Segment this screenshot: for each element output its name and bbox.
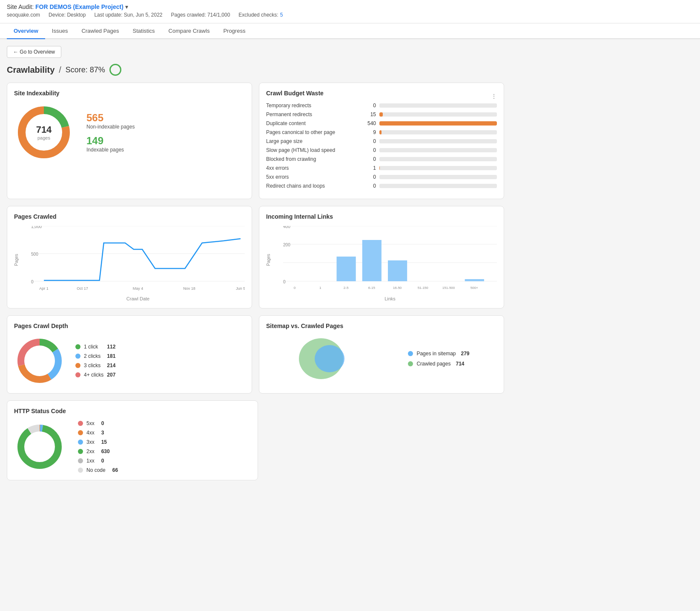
cbw-row: 4xx errors 1 xyxy=(266,165,497,171)
http-dot xyxy=(78,440,83,445)
venn-svg xyxy=(293,335,353,382)
project-name-link[interactable]: FOR DEMOS (Example Project) xyxy=(35,3,123,10)
svg-text:2-5: 2-5 xyxy=(344,286,349,290)
cbw-row-value: 0 xyxy=(363,103,376,108)
http-legend-label: 5xx xyxy=(86,420,95,426)
excluded-checks-link[interactable]: 5 xyxy=(280,12,283,18)
svg-text:51-150: 51-150 xyxy=(418,286,429,290)
row-3: Pages Crawl Depth xyxy=(7,315,504,394)
row-4: HTTP Status Code xyxy=(7,400,504,480)
http-dot xyxy=(78,458,83,463)
cbw-row-value: 15 xyxy=(363,111,376,117)
legend-value: 207 xyxy=(107,372,115,378)
svg-text:500+: 500+ xyxy=(470,286,478,290)
dropdown-icon[interactable]: ▾ xyxy=(125,3,128,10)
cbw-bar-fill xyxy=(379,121,497,126)
cbw-row-label: Pages canonical to other page xyxy=(266,129,360,135)
svg-text:151-500: 151-500 xyxy=(442,286,455,290)
crawl-depth-card: Pages Crawl Depth xyxy=(7,315,252,394)
sitemap-legend: Pages in sitemap 279 Crawled pages 714 xyxy=(408,351,469,367)
tab-issues[interactable]: Issues xyxy=(45,23,75,39)
cbw-bar-bg xyxy=(379,166,497,170)
tab-progress[interactable]: Progress xyxy=(216,23,252,39)
indexability-content: 714 pages 565 Non-indexable pages 149 In… xyxy=(14,103,245,162)
svg-text:Oct 17: Oct 17 xyxy=(77,286,88,291)
legend-label: 4+ clicks xyxy=(84,372,103,378)
sitemap-legend-item: Pages in sitemap 279 xyxy=(408,351,469,357)
http-legend-label: 1xx xyxy=(86,458,95,464)
legend-label: 2 clicks xyxy=(84,353,103,359)
cbw-row-value: 0 xyxy=(363,147,376,153)
cbw-bar-bg xyxy=(379,175,497,179)
http-dot xyxy=(78,468,83,473)
crawl-budget-waste-card: Crawl Budget Waste ⋮ Temporary redirects… xyxy=(259,83,504,199)
row-2: Pages Crawled Pages 1,000 500 0 Apr 1 xyxy=(7,206,504,308)
svg-text:200: 200 xyxy=(283,243,290,247)
cbw-row-label: Slow page (HTML) load speed xyxy=(266,147,360,153)
indexable-stat: 149 Indexable pages xyxy=(86,135,135,153)
incoming-links-svg: 400 200 0 0 1 2-5 xyxy=(283,226,497,294)
cbw-row: Duplicate content 540 xyxy=(266,120,497,126)
svg-text:1: 1 xyxy=(319,286,321,290)
indexable-count: 149 xyxy=(86,135,135,147)
legend-dot xyxy=(75,354,80,359)
cbw-bar-bg xyxy=(379,139,497,143)
cbw-bar-bg xyxy=(379,148,497,152)
domain: seoquake.com xyxy=(7,12,40,18)
pages-crawled-card: Pages Crawled Pages 1,000 500 0 Apr 1 xyxy=(7,206,252,308)
tab-crawled-pages[interactable]: Crawled Pages xyxy=(75,23,126,39)
tab-overview[interactable]: Overview xyxy=(7,23,45,39)
meta-bar: seoquake.com Device: Desktop Last update… xyxy=(7,10,693,20)
non-indexable-stat: 565 Non-indexable pages xyxy=(86,112,135,130)
crawl-depth-content: 1 click 112 2 clicks 181 3 clicks 214 4+… xyxy=(14,335,245,386)
svg-text:Jun 5: Jun 5 xyxy=(236,286,245,291)
crawl-depth-legend-item: 3 clicks 214 xyxy=(75,363,115,368)
legend-value: 112 xyxy=(107,344,115,350)
index-stats: 565 Non-indexable pages 149 Indexable pa… xyxy=(86,112,135,153)
pages-crawled: Pages crawled: 714/1,000 xyxy=(171,12,230,18)
http-legend-value: 15 xyxy=(101,439,107,445)
svg-rect-28 xyxy=(465,279,484,281)
top-bar: Site Audit: FOR DEMOS (Example Project) … xyxy=(0,0,700,23)
http-legend-item: 3xx 15 xyxy=(78,439,118,445)
http-legend-label: 2xx xyxy=(86,448,95,454)
cbw-row-value: 0 xyxy=(363,138,376,144)
site-audit-title: Site Audit: FOR DEMOS (Example Project) … xyxy=(7,3,693,10)
total-pages: 714 xyxy=(36,124,52,135)
http-dot xyxy=(78,421,83,426)
svg-rect-23 xyxy=(337,257,356,281)
indexability-donut: 714 pages xyxy=(14,103,74,162)
page-title: Crawlability / Score: 87% xyxy=(7,64,504,76)
cbw-row-label: Duplicate content xyxy=(266,120,360,126)
go-overview-button[interactable]: ← Go to Overview xyxy=(7,46,61,58)
legend-value: 214 xyxy=(107,363,115,368)
svg-text:May 4: May 4 xyxy=(133,286,143,291)
main-content: ← Go to Overview Crawlability / Score: 8… xyxy=(0,39,511,494)
cbw-row: Temporary redirects 0 xyxy=(266,103,497,108)
http-legend-value: 0 xyxy=(101,458,104,464)
tab-statistics[interactable]: Statistics xyxy=(126,23,162,39)
sitemap-content: Pages in sitemap 279 Crawled pages 714 xyxy=(266,335,497,382)
http-status-title: HTTP Status Code xyxy=(14,408,251,414)
crawl-depth-svg xyxy=(14,335,65,386)
pages-label: pages xyxy=(36,135,52,140)
cbw-title-row: Crawl Budget Waste ⋮ xyxy=(266,90,497,103)
cbw-bar-fill xyxy=(379,166,380,170)
cbw-more-icon[interactable]: ⋮ xyxy=(491,93,497,100)
crawl-depth-legend: 1 click 112 2 clicks 181 3 clicks 214 4+… xyxy=(75,344,115,378)
cbw-row-value: 0 xyxy=(363,183,376,189)
http-donut xyxy=(14,421,65,472)
cbw-bar-bg xyxy=(379,112,497,117)
cbw-row: 5xx errors 0 xyxy=(266,174,497,180)
svg-rect-25 xyxy=(388,260,407,281)
http-dot xyxy=(78,430,83,435)
tab-compare-crawls[interactable]: Compare Crawls xyxy=(162,23,217,39)
last-update: Last update: Sun, Jun 5, 2022 xyxy=(94,12,162,18)
svg-text:0: 0 xyxy=(294,286,296,290)
venn-diagram xyxy=(293,335,353,382)
cbw-row-value: 9 xyxy=(363,129,376,135)
svg-text:500: 500 xyxy=(31,252,38,257)
http-svg xyxy=(14,421,65,472)
svg-text:0: 0 xyxy=(283,280,286,284)
http-legend-item: No code 66 xyxy=(78,467,118,473)
